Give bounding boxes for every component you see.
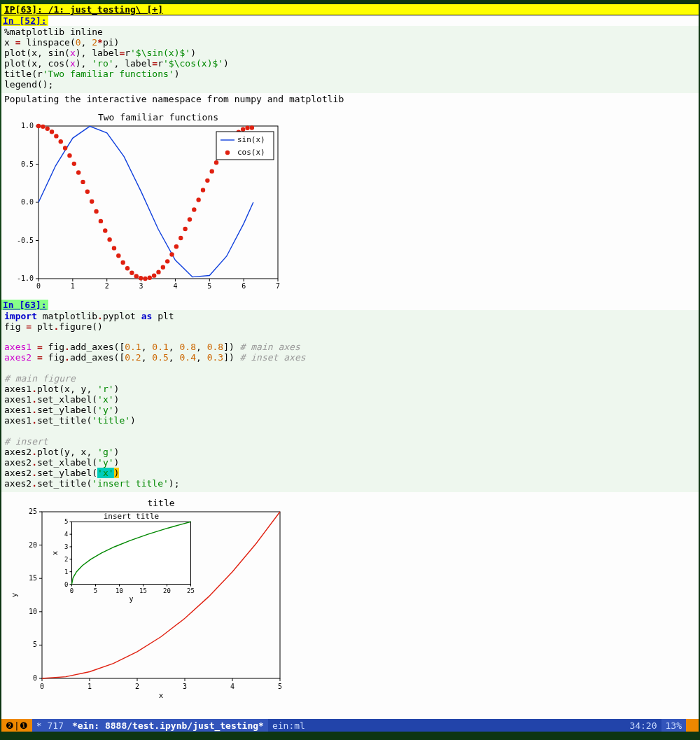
svg-text:5: 5: [207, 282, 211, 290]
svg-point-80: [225, 150, 230, 154]
mode-line: ❷|❶ * 717 *ein: 8888/test.ipynb/just_tes…: [1, 719, 699, 732]
svg-text:5: 5: [33, 641, 37, 648]
status-mode: ein:ml: [268, 719, 309, 732]
svg-text:25: 25: [29, 508, 37, 515]
svg-text:0.5: 0.5: [21, 160, 34, 167]
svg-text:y: y: [10, 592, 19, 597]
chart-title-with-inset: title0123450510152025xyinsert title05101…: [7, 496, 287, 699]
svg-text:cos(x): cos(x): [237, 148, 265, 157]
svg-text:-0.5: -0.5: [17, 236, 34, 244]
cell-1-output: Populating the interactive namespace fro…: [1, 93, 699, 106]
svg-text:sin(x): sin(x): [237, 135, 265, 144]
cell-2-chart: title0123450510152025xyinsert title05101…: [1, 492, 699, 706]
cell-1-code[interactable]: %matplotlib inline x = linspace(0, 2*pi)…: [1, 26, 699, 93]
status-buffer-name: *ein: 8888/test.ipynb/just_testing*: [68, 719, 268, 732]
svg-text:20: 20: [29, 540, 37, 548]
svg-point-32: [54, 134, 58, 138]
svg-text:5: 5: [94, 587, 97, 594]
cell-1: In [52]: %matplotlib inline x = linspace…: [1, 15, 699, 300]
svg-point-44: [107, 237, 111, 242]
svg-text:y: y: [129, 594, 133, 602]
cell-2: In [63]: import matplotlib.pyplot as plt…: [1, 300, 699, 706]
svg-point-40: [90, 199, 94, 203]
svg-point-68: [214, 160, 218, 165]
svg-text:x: x: [159, 691, 164, 699]
svg-point-42: [99, 218, 103, 223]
status-line-num: * 717: [32, 719, 68, 732]
svg-point-76: [250, 125, 254, 130]
svg-point-48: [125, 266, 130, 270]
svg-point-51: [139, 276, 143, 280]
svg-text:1: 1: [71, 282, 75, 290]
svg-text:1: 1: [64, 568, 68, 575]
svg-point-59: [174, 244, 178, 249]
svg-rect-110: [72, 522, 191, 584]
buffer-content[interactable]: In [52]: %matplotlib inline x = linspace…: [1, 15, 699, 719]
svg-point-45: [112, 246, 116, 250]
svg-text:0.0: 0.0: [21, 198, 34, 206]
svg-point-67: [210, 169, 214, 173]
chart-two-familiar-functions: Two familiar functions01234567-1.0-0.50.…: [7, 111, 284, 293]
svg-point-62: [188, 217, 192, 221]
svg-text:insert title: insert title: [104, 512, 159, 521]
svg-text:0: 0: [40, 683, 44, 690]
svg-point-38: [80, 179, 85, 183]
svg-point-35: [67, 153, 71, 158]
svg-point-60: [178, 235, 183, 239]
svg-point-46: [116, 253, 120, 258]
svg-point-49: [130, 270, 134, 274]
svg-point-65: [201, 188, 205, 192]
svg-point-61: [183, 226, 187, 230]
svg-text:15: 15: [139, 587, 147, 594]
cell-1-prompt: In [52]:: [1, 15, 48, 26]
cell-2-prompt: In [63]:: [1, 300, 48, 310]
svg-text:6: 6: [241, 282, 246, 290]
svg-text:25: 25: [187, 587, 195, 594]
svg-text:3: 3: [64, 543, 68, 550]
svg-text:10: 10: [29, 607, 37, 615]
svg-text:2: 2: [135, 683, 139, 690]
svg-text:5: 5: [64, 518, 68, 525]
svg-point-28: [36, 123, 41, 127]
svg-text:10: 10: [115, 587, 123, 594]
svg-point-37: [76, 170, 80, 174]
cell-2-code[interactable]: import matplotlib.pyplot as plt fig = pl…: [1, 310, 699, 492]
svg-point-74: [241, 127, 245, 131]
svg-point-55: [156, 270, 160, 274]
svg-text:2: 2: [64, 555, 68, 562]
svg-point-63: [192, 207, 196, 211]
cell-1-chart: Two familiar functions01234567-1.0-0.50.…: [1, 106, 699, 300]
svg-point-33: [59, 139, 63, 144]
svg-text:5: 5: [278, 683, 282, 690]
emacs-window: IP[63]: /1: just_testing\ [+] In [52]: %…: [1, 4, 699, 719]
svg-point-41: [94, 209, 98, 213]
status-cursor-pos: 34:20: [625, 719, 661, 732]
status-end-icon: [686, 719, 699, 732]
svg-point-52: [143, 276, 147, 280]
svg-point-31: [50, 130, 54, 134]
status-workspace: ❷|❶: [1, 719, 32, 732]
svg-point-39: [85, 189, 90, 193]
svg-point-47: [120, 260, 125, 264]
svg-point-43: [103, 228, 107, 232]
svg-point-57: [165, 259, 169, 263]
svg-text:4: 4: [173, 282, 177, 290]
svg-text:3: 3: [139, 282, 144, 290]
svg-text:15: 15: [29, 574, 37, 582]
status-percent: 13%: [662, 719, 686, 732]
svg-text:x: x: [52, 550, 59, 554]
svg-point-64: [196, 197, 200, 202]
svg-text:3: 3: [183, 683, 187, 690]
svg-text:2: 2: [105, 282, 109, 290]
svg-point-75: [245, 125, 249, 130]
svg-text:0: 0: [36, 282, 41, 290]
svg-text:20: 20: [163, 587, 171, 594]
svg-text:4: 4: [64, 531, 68, 538]
svg-point-58: [169, 252, 174, 256]
svg-text:1: 1: [88, 683, 92, 690]
svg-text:0: 0: [33, 674, 37, 682]
svg-text:0: 0: [70, 587, 74, 594]
svg-point-66: [205, 178, 209, 182]
svg-point-50: [134, 274, 139, 278]
svg-point-54: [152, 273, 156, 277]
